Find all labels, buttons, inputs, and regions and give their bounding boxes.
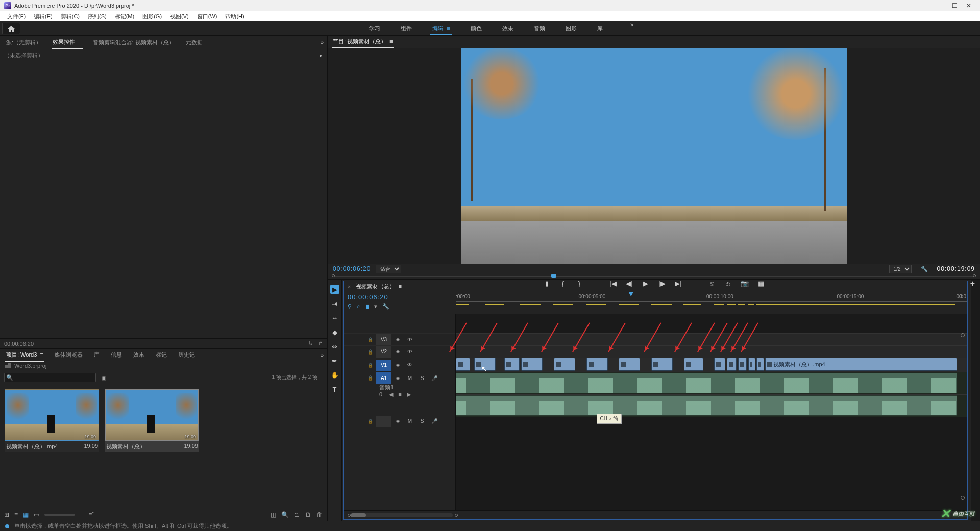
comparison-icon[interactable]: ▦ xyxy=(756,280,766,287)
add-marker-icon[interactable]: ▮ xyxy=(366,303,369,310)
play-icon[interactable]: ▶ xyxy=(641,280,650,287)
timeline-content[interactable]: 视频素材（总）.mp4 CH ♪ 简 ↖ xyxy=(456,314,967,510)
sort-icon[interactable]: ≡ˇ xyxy=(88,511,94,518)
new-item-button[interactable]: 🗋 xyxy=(305,511,311,518)
clip-segment[interactable] xyxy=(738,358,747,371)
fit-select[interactable]: 适合 xyxy=(376,265,401,273)
clip-segment[interactable] xyxy=(554,358,575,371)
lift-icon[interactable]: ⎋ xyxy=(707,280,717,287)
project-item-2[interactable]: 19:09 视频素材（总）19:09 xyxy=(105,389,199,452)
ll-overflow[interactable]: » xyxy=(321,352,324,358)
maximize-button[interactable]: ☐ xyxy=(947,1,962,11)
clip-segment[interactable] xyxy=(521,358,543,371)
zoom-handle[interactable] xyxy=(959,294,963,298)
clip-segment[interactable] xyxy=(727,358,737,371)
menu-file[interactable]: 文件(F) xyxy=(3,13,30,20)
tab-media-browser[interactable]: 媒体浏览器 xyxy=(54,348,84,361)
freeform-icon[interactable]: ⊞ xyxy=(4,511,9,518)
tab-history[interactable]: 历史记 xyxy=(177,348,196,361)
timeline-scrollbar[interactable] xyxy=(351,513,453,517)
clip-segment[interactable] xyxy=(714,358,725,371)
close-button[interactable]: ✕ xyxy=(962,1,976,11)
list-view-icon[interactable]: ≡ xyxy=(14,511,18,518)
workspace-effects[interactable]: 效果 xyxy=(500,21,516,35)
scrollbar-thumb[interactable] xyxy=(351,513,366,517)
wrench-icon[interactable]: 🔧 xyxy=(382,303,389,310)
button-editor-icon[interactable]: + xyxy=(970,279,975,288)
menu-window[interactable]: 窗口(W) xyxy=(193,13,222,20)
minimize-button[interactable]: — xyxy=(933,1,947,11)
track-header-extra[interactable]: MS🎤 xyxy=(344,415,455,427)
program-timecode-left[interactable]: 00:00:06:20 xyxy=(333,265,371,272)
clip-segment[interactable] xyxy=(684,358,703,371)
workspace-assembly[interactable]: 组件 xyxy=(399,21,414,35)
razor-tool[interactable]: ◆ xyxy=(330,327,339,337)
in-point-icon[interactable]: { xyxy=(558,280,568,287)
menu-marker[interactable]: 标记(M) xyxy=(111,13,139,20)
clip-segment[interactable] xyxy=(456,358,470,371)
new-bin-button[interactable]: 🗀 xyxy=(294,511,300,518)
new-bin-icon[interactable]: ▣ xyxy=(101,374,106,381)
menu-view[interactable]: 视图(V) xyxy=(166,13,193,20)
track-header-v3[interactable]: V3 xyxy=(344,333,455,345)
menu-graphics[interactable]: 图形(G) xyxy=(138,13,166,20)
workspace-graphics[interactable]: 图形 xyxy=(564,21,579,35)
menu-edit[interactable]: 编辑(E) xyxy=(30,13,57,20)
tab-metadata[interactable]: 元数据 xyxy=(185,36,204,49)
insert-icon[interactable]: ↳ xyxy=(308,340,313,347)
track-header-a1[interactable]: A1MS🎤 音频1 0.◀■▶ xyxy=(344,372,455,415)
track-header-v1[interactable]: V1 xyxy=(344,358,455,372)
resolution-select[interactable]: 1/2 xyxy=(889,265,912,273)
tab-markers[interactable]: 标记 xyxy=(155,348,168,361)
clip-segment[interactable] xyxy=(651,358,673,371)
program-monitor[interactable] xyxy=(328,48,980,264)
scrub-end-handle[interactable] xyxy=(973,274,976,277)
zoom-slider[interactable] xyxy=(44,514,75,516)
extract-icon[interactable]: ⎌ xyxy=(724,280,733,287)
go-to-in-icon[interactable]: |◀ xyxy=(608,280,618,287)
linked-selection-icon[interactable]: ∩ xyxy=(357,303,361,310)
workspace-audio[interactable]: 音频 xyxy=(532,21,547,35)
workspace-editing[interactable]: 编辑 ≡ xyxy=(430,21,452,35)
hzoom-right[interactable] xyxy=(455,514,458,517)
time-ruler[interactable]: :00:00 00:00:05:00 00:00:10:00 00:00:15:… xyxy=(456,292,967,314)
workspace-learn[interactable]: 学习 xyxy=(367,21,382,35)
home-button[interactable] xyxy=(2,23,20,34)
tab-program-monitor[interactable]: 节目: 视频素材（总） ≡ xyxy=(332,36,394,48)
vscroll-bot[interactable] xyxy=(961,496,965,500)
tab-library[interactable]: 库 xyxy=(93,348,101,361)
panel-overflow[interactable]: » xyxy=(321,39,324,45)
thumbnail-icon[interactable]: ▭ xyxy=(34,511,39,518)
tl-settings-icon[interactable]: ▾ xyxy=(374,303,377,310)
clip-tail[interactable]: 视频素材（总）.mp4 xyxy=(765,358,957,371)
clip-segment[interactable] xyxy=(619,358,640,371)
tab-info[interactable]: 信息 xyxy=(110,348,123,361)
delete-button[interactable]: 🗑 xyxy=(316,511,323,518)
program-scrubber[interactable] xyxy=(334,274,974,279)
find-icon[interactable]: 🔍 xyxy=(281,511,289,518)
tab-audio-mixer[interactable]: 音频剪辑混合器: 视频素材（总） xyxy=(92,36,176,49)
automate-icon[interactable]: ◫ xyxy=(271,511,276,518)
track-header-v2[interactable]: V2 xyxy=(344,345,455,358)
type-tool[interactable]: T xyxy=(330,385,339,394)
slip-tool[interactable]: ⇔ xyxy=(330,342,339,351)
project-item-1[interactable]: 19:09 视频素材（总）.mp419:09 xyxy=(5,389,99,452)
timeline-timecode[interactable]: 00:00:06:20 xyxy=(348,293,452,301)
audio-clip-a2[interactable] xyxy=(456,395,957,416)
hand-tool[interactable]: ✋ xyxy=(330,370,339,380)
snap-icon[interactable]: ⚲ xyxy=(348,303,352,310)
track-select-tool[interactable]: ⇥ xyxy=(330,299,339,308)
menu-sequence[interactable]: 序列(S) xyxy=(84,13,111,20)
marker-icon[interactable]: ▮ xyxy=(542,280,551,287)
out-point-icon[interactable]: } xyxy=(575,280,584,287)
scrub-start-handle[interactable] xyxy=(332,274,335,277)
settings-icon[interactable]: 🔧 xyxy=(921,266,928,272)
pen-tool[interactable]: ✒ xyxy=(330,356,339,365)
step-forward-icon[interactable]: |▶ xyxy=(657,280,667,287)
workspace-overflow[interactable]: » xyxy=(630,21,633,35)
tab-project[interactable]: 项目: Word3 ≡ xyxy=(5,348,44,362)
clip-segment[interactable] xyxy=(586,358,608,371)
clip-segment[interactable] xyxy=(504,358,520,371)
vscroll-top[interactable] xyxy=(961,333,965,337)
go-to-out-icon[interactable]: ▶| xyxy=(674,280,683,287)
